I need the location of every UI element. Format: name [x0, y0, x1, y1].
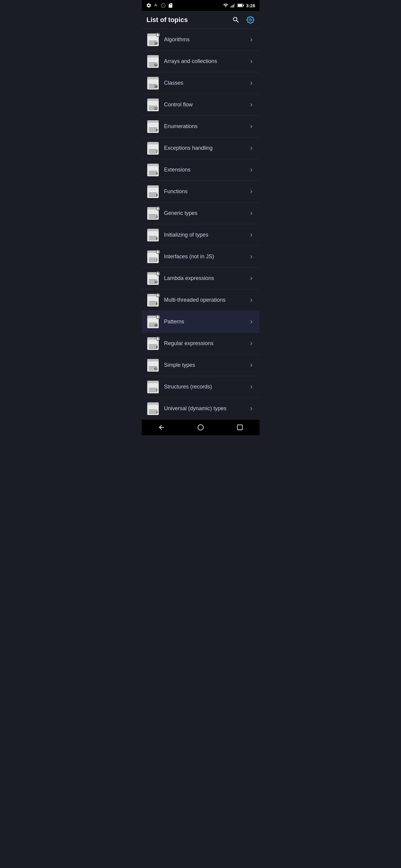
chevron-right-icon — [248, 340, 255, 347]
topic-count: 9 — [156, 193, 158, 197]
svg-rect-6 — [244, 4, 244, 6]
list-item[interactable]: 13Lambda expressions — [142, 268, 259, 289]
topic-label: Patterns — [164, 318, 248, 325]
app-bar: List of topics — [142, 11, 259, 29]
list-item[interactable]: 48Patterns — [142, 311, 259, 333]
sd-status-icon — [168, 3, 173, 8]
topic-count: 9 — [156, 237, 158, 240]
topic-count: 48 — [154, 324, 157, 327]
topic-icon: 4 — [147, 164, 159, 176]
chevron-right-icon — [248, 167, 255, 173]
topic-icon: 6 — [147, 294, 159, 307]
list-item[interactable]: 61Simple types — [142, 354, 259, 376]
chevron-right-icon — [248, 58, 255, 65]
chevron-right-icon — [248, 297, 255, 304]
back-button[interactable] — [155, 421, 168, 433]
topic-count: 22 — [154, 107, 157, 110]
topic-count: 3 — [156, 410, 158, 414]
topic-icon: 38 — [147, 77, 159, 90]
topic-list: 18Algorithms52Arrays and collections38Cl… — [142, 29, 259, 420]
wifi-icon — [223, 3, 228, 8]
recents-icon — [236, 424, 243, 431]
lock-icon — [156, 250, 160, 254]
list-item[interactable]: 18Algorithms — [142, 29, 259, 51]
svg-point-8 — [249, 19, 251, 21]
chevron-right-icon — [248, 188, 255, 195]
lock-icon — [156, 315, 160, 319]
chevron-right-icon — [248, 232, 255, 239]
app-title: List of topics — [147, 16, 188, 24]
topic-count: 9 — [156, 128, 158, 132]
topic-count: 52 — [154, 63, 157, 67]
list-item[interactable]: 7Exceptions handling — [142, 137, 259, 159]
chevron-right-icon — [248, 384, 255, 390]
chevron-right-icon — [248, 80, 255, 87]
chevron-right-icon — [248, 123, 255, 130]
svg-rect-4 — [234, 3, 235, 7]
recents-button[interactable] — [234, 421, 246, 433]
list-item[interactable]: 9Functions — [142, 181, 259, 203]
topic-count: 13 — [154, 280, 157, 284]
topic-count: 7 — [156, 150, 158, 153]
topic-label: Enumerations — [164, 123, 248, 130]
list-item[interactable]: 6Multi-threaded operations — [142, 289, 259, 311]
topic-icon: 61 — [147, 359, 159, 372]
topic-label: Universal (dynamic) types — [164, 405, 248, 412]
topic-label: Simple types — [164, 362, 248, 368]
list-item[interactable]: 3Generic types — [142, 203, 259, 224]
battery-icon — [237, 3, 244, 7]
topic-count: 7 — [156, 389, 158, 392]
topic-icon: 48 — [147, 315, 159, 328]
circle-status-icon — [161, 3, 166, 8]
topic-label: Extensions — [164, 167, 248, 173]
lock-icon — [156, 33, 160, 37]
list-item[interactable]: 9Initializing of types — [142, 224, 259, 246]
topic-count: 6 — [156, 302, 158, 305]
topic-label: Generic types — [164, 210, 248, 216]
search-icon — [232, 16, 240, 24]
list-item[interactable]: 7Structures (records) — [142, 376, 259, 398]
topic-count: 3 — [156, 215, 158, 218]
app-bar-actions — [232, 16, 255, 24]
svg-point-9 — [198, 425, 203, 430]
list-item[interactable]: 8Regular expressions — [142, 333, 259, 354]
lock-icon — [156, 207, 160, 211]
status-bar: 3:28 — [142, 0, 259, 11]
topic-icon: 7 — [147, 142, 159, 155]
topic-count: 7 — [156, 258, 158, 262]
home-icon — [197, 424, 204, 431]
topic-label: Arrays and collections — [164, 58, 248, 64]
svg-rect-3 — [233, 4, 233, 7]
search-button[interactable] — [232, 16, 240, 24]
svg-rect-1 — [231, 6, 231, 7]
list-item[interactable]: 22Control flow — [142, 94, 259, 116]
chevron-right-icon — [248, 275, 255, 282]
a-status-icon — [153, 3, 159, 8]
topic-icon: 3 — [147, 402, 159, 415]
svg-rect-2 — [232, 5, 233, 7]
list-item[interactable]: 7Interfaces (not in JS) — [142, 246, 259, 268]
back-icon — [158, 424, 165, 431]
list-item[interactable]: 4Extensions — [142, 159, 259, 181]
list-item[interactable]: 9Enumerations — [142, 116, 259, 137]
topic-icon: 22 — [147, 98, 159, 111]
list-item[interactable]: 3Universal (dynamic) types — [142, 398, 259, 420]
chevron-right-icon — [248, 405, 255, 412]
home-button[interactable] — [195, 421, 207, 433]
topic-icon: 9 — [147, 185, 159, 198]
bottom-nav — [142, 420, 259, 435]
topic-label: Classes — [164, 80, 248, 86]
list-item[interactable]: 52Arrays and collections — [142, 51, 259, 72]
list-item[interactable]: 38Classes — [142, 72, 259, 94]
topic-count: 61 — [154, 367, 157, 370]
settings-button[interactable] — [246, 16, 255, 24]
chevron-right-icon — [248, 253, 255, 260]
svg-rect-7 — [238, 4, 242, 7]
topic-icon: 8 — [147, 337, 159, 350]
settings-status-icon — [146, 3, 151, 8]
status-left-icons — [146, 3, 173, 8]
topic-count: 4 — [156, 172, 158, 175]
chevron-right-icon — [248, 36, 255, 43]
topic-icon: 7 — [147, 250, 159, 263]
topic-icon: 7 — [147, 381, 159, 393]
